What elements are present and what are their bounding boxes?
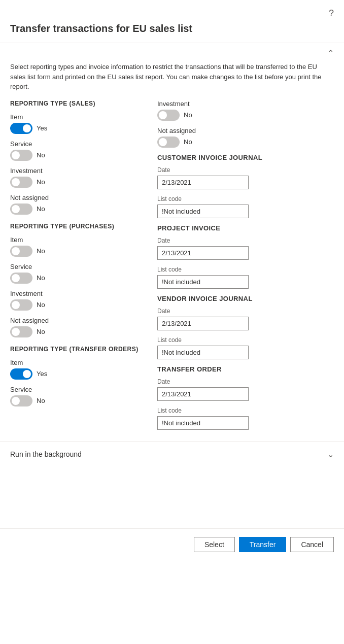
purchases-service-label: Service: [10, 263, 147, 270]
customer-invoice-listcode-input[interactable]: [157, 205, 249, 218]
chevron-down-icon: ⌄: [327, 450, 334, 459]
reporting-type-transfer-title: REPORTING TYPE (TRANSFER ORDERS): [10, 346, 147, 353]
project-invoice-listcode-label: List code: [157, 266, 334, 273]
customer-invoice-listcode-group: List code: [157, 195, 334, 218]
customer-invoice-date-label: Date: [157, 166, 334, 174]
purchases-investment-toggle-row: No: [10, 299, 147, 311]
vendor-invoice-listcode-label: List code: [157, 336, 334, 344]
purchases-investment-label: Investment: [10, 290, 147, 297]
vendor-invoice-date-group: Date: [157, 308, 334, 330]
run-in-background-label: Run in the background: [10, 450, 82, 458]
purchases-investment-toggle-group: Investment No: [10, 290, 147, 311]
sales-notassigned-label: Not assigned: [10, 194, 147, 201]
transfer-service-value: No: [37, 397, 45, 404]
customer-invoice-listcode-label: List code: [157, 195, 334, 202]
sales-service-thumb: [12, 151, 20, 159]
purchases-item-toggle-group: Item No: [10, 236, 147, 257]
chevron-up-icon[interactable]: ⌃: [327, 48, 334, 58]
transfer-service-track: [10, 395, 32, 406]
transfer-order-date-label: Date: [157, 378, 334, 385]
transfer-service-label: Service: [10, 386, 147, 393]
vendor-invoice-listcode-input[interactable]: [157, 346, 249, 359]
sales-service-label: Service: [10, 140, 147, 148]
project-invoice-listcode-group: List code: [157, 266, 334, 289]
customer-invoice-title: CUSTOMER INVOICE JOURNAL: [157, 154, 334, 161]
purchases-item-toggle[interactable]: [10, 246, 32, 257]
section-header: ⌃: [10, 48, 334, 58]
sales-right-notassigned-toggle-row: No: [157, 137, 334, 148]
sales-investment-toggle-group: Investment No: [10, 167, 147, 188]
transfer-order-date-group: Date: [157, 378, 334, 401]
purchases-item-label: Item: [10, 236, 147, 244]
transfer-service-toggle[interactable]: [10, 395, 32, 406]
select-button[interactable]: Select: [194, 537, 235, 552]
purchases-notassigned-label: Not assigned: [10, 317, 147, 324]
project-invoice-date-group: Date: [157, 237, 334, 260]
help-icon[interactable]: ?: [329, 8, 334, 19]
purchases-investment-track: [10, 299, 32, 311]
transfer-item-toggle[interactable]: [10, 368, 32, 380]
project-invoice-listcode-input[interactable]: [157, 275, 249, 289]
sales-investment-toggle[interactable]: [10, 177, 32, 188]
purchases-service-thumb: [12, 274, 20, 282]
sales-notassigned-track: [10, 204, 32, 215]
purchases-investment-value: No: [37, 301, 45, 309]
sales-right-notassigned-value: No: [184, 138, 192, 146]
purchases-service-toggle[interactable]: [10, 273, 32, 284]
main-content-layout: REPORTING TYPE (SALES) Item Yes Service: [10, 100, 334, 436]
run-in-background-section[interactable]: Run in the background ⌄: [0, 441, 344, 467]
sales-notassigned-thumb: [12, 205, 20, 213]
sales-right-investment-track: [157, 110, 180, 121]
sales-investment-toggle-row: No: [10, 177, 147, 188]
sales-item-toggle[interactable]: [10, 123, 32, 134]
vendor-invoice-date-input[interactable]: [157, 317, 249, 330]
transfer-item-track: [10, 368, 32, 380]
sales-right-investment-toggle-row: No: [157, 110, 334, 121]
sales-item-track: [10, 123, 32, 134]
purchases-investment-toggle[interactable]: [10, 299, 32, 311]
sales-notassigned-value: No: [37, 205, 45, 213]
vendor-invoice-section: VENDOR INVOICE JOURNAL Date List code: [157, 295, 334, 359]
purchases-item-thumb: [12, 247, 20, 255]
sales-investment-value: No: [37, 178, 45, 186]
purchases-service-toggle-row: No: [10, 273, 147, 284]
sales-right-notassigned-toggle[interactable]: [157, 137, 180, 148]
sales-right-notassigned-track: [157, 137, 180, 148]
sales-item-label: Item: [10, 113, 147, 121]
purchases-item-value: No: [37, 247, 45, 255]
purchases-service-track: [10, 273, 32, 284]
transfer-order-section: TRANSFER ORDER Date List code: [157, 365, 334, 430]
transfer-order-listcode-input[interactable]: [157, 416, 249, 430]
transfer-item-label: Item: [10, 359, 147, 366]
purchases-notassigned-toggle[interactable]: [10, 326, 32, 337]
sales-investment-label: Investment: [10, 167, 147, 175]
sales-service-toggle[interactable]: [10, 150, 32, 161]
purchases-notassigned-toggle-group: Not assigned No: [10, 317, 147, 337]
footer-buttons: Select Transfer Cancel: [0, 528, 344, 560]
sales-right-investment-toggle-group: Investment No: [157, 100, 334, 121]
transfer-order-date-input[interactable]: [157, 387, 249, 401]
reporting-type-purchases-title: REPORTING TYPE (PURCHASES): [10, 223, 147, 230]
sales-right-notassigned-toggle-group: Not assigned No: [157, 127, 334, 148]
project-invoice-date-input[interactable]: [157, 246, 249, 260]
transfer-order-listcode-label: List code: [157, 407, 334, 414]
vendor-invoice-date-label: Date: [157, 308, 334, 315]
cancel-button[interactable]: Cancel: [290, 537, 334, 552]
transfer-service-toggle-group: Service No: [10, 386, 147, 406]
vendor-invoice-listcode-group: List code: [157, 336, 334, 359]
sales-service-toggle-row: No: [10, 150, 147, 161]
customer-invoice-date-input[interactable]: [157, 176, 249, 189]
purchases-notassigned-value: No: [37, 328, 45, 335]
sales-right-investment-toggle[interactable]: [157, 110, 180, 121]
transfer-item-value: Yes: [37, 370, 47, 378]
sales-notassigned-toggle[interactable]: [10, 204, 32, 215]
purchases-notassigned-track: [10, 326, 32, 337]
customer-invoice-section: CUSTOMER INVOICE JOURNAL Date List code: [157, 154, 334, 218]
project-invoice-section: PROJECT INVOICE Date List code: [157, 224, 334, 289]
sales-item-value: Yes: [37, 124, 47, 132]
sales-service-track: [10, 150, 32, 161]
spacer: [0, 467, 344, 528]
purchases-service-value: No: [37, 274, 45, 282]
left-column: REPORTING TYPE (SALES) Item Yes Service: [10, 100, 157, 436]
transfer-button[interactable]: Transfer: [239, 537, 287, 552]
